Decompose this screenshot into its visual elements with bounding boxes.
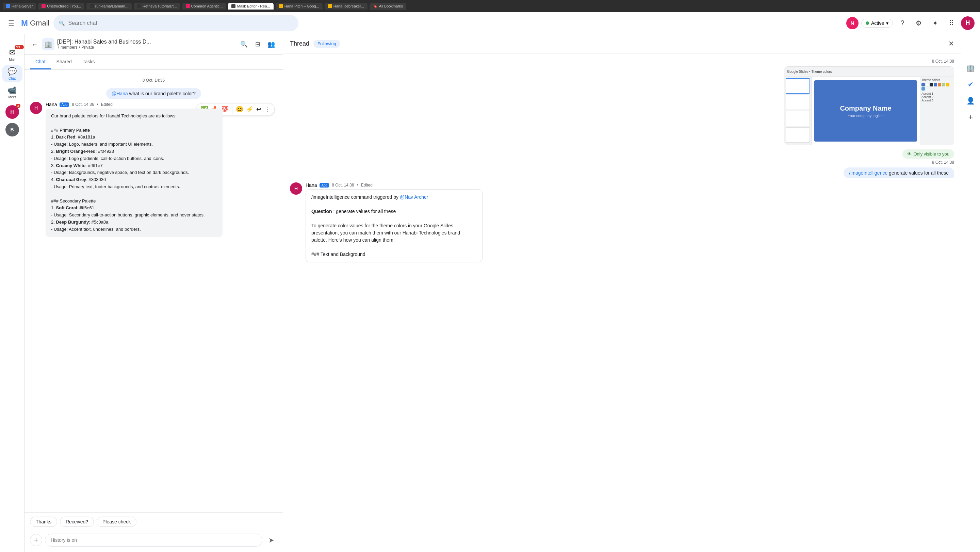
only-visible-text: Only visible to you: [914, 151, 950, 157]
slides-toolbar: Google Slides • Theme colors: [784, 67, 954, 77]
chevron-down-icon: ▾: [886, 21, 888, 26]
browser-tab-bookmarks[interactable]: 🔖 All Bookmarks: [369, 3, 406, 10]
browser-tab-hana-pitch[interactable]: Hana Pitch – Goog...: [275, 3, 323, 10]
left-sidebar: ✉ Mail 99+ 💬 Chat 📹 Meet H 3 B: [0, 12, 24, 552]
trigger-line: /imageIntelligence command triggered by …: [311, 194, 477, 201]
color-2-usage: - Usage: Logo gradients, call-to-action …: [51, 155, 217, 162]
help-button[interactable]: ?: [896, 16, 909, 30]
browser-tab-retrieval[interactable]: RetrievalTutorials/t...: [134, 3, 180, 10]
sidebar-item-mail[interactable]: ✉ Mail 99+: [2, 46, 22, 64]
tab-favicon: [6, 4, 10, 8]
following-badge[interactable]: Following: [313, 40, 340, 48]
quick-reply-received[interactable]: Received?: [60, 517, 94, 527]
color-swatches: [921, 83, 953, 91]
hana-avatar: H: [30, 102, 42, 114]
layout-button[interactable]: ⊟: [251, 38, 264, 50]
user-avatar-small[interactable]: N: [846, 17, 859, 29]
user-avatar2-sidebar[interactable]: B: [5, 123, 19, 137]
tab-favicon: [137, 4, 141, 8]
right-panel-check-button[interactable]: ✔: [964, 78, 978, 91]
action-forward-button[interactable]: ⚡: [245, 105, 254, 114]
gmail-logo-text: Gmail: [30, 19, 49, 27]
right-panel-org-button[interactable]: 🏢: [964, 61, 978, 75]
slide-thumb-2[interactable]: [786, 95, 810, 110]
browser-tab-bar: Hana-Server Unstructured | You... run-ll…: [0, 0, 980, 12]
reaction-divider: [232, 105, 232, 114]
sidebar-item-chat[interactable]: 💬 Chat: [2, 65, 22, 82]
slide-thumb-1[interactable]: [786, 78, 810, 94]
back-button[interactable]: ←: [30, 39, 40, 50]
react-emoji-button[interactable]: 😊: [235, 105, 244, 114]
browser-tab-runllama[interactable]: run-llama/LlamaIn...: [86, 3, 132, 10]
message-input[interactable]: [45, 534, 262, 547]
text-bg-section: ### Text and Background: [311, 251, 477, 258]
right-panel-add-button[interactable]: +: [964, 110, 978, 124]
screenshot-preview: Google Slides • Theme colors: [784, 66, 954, 145]
thread-received-time: 8 Oct, 14:38: [332, 183, 354, 188]
slides-mock: Google Slides • Theme colors: [784, 67, 954, 145]
browser-tab-hana-server[interactable]: Hana-Server: [3, 3, 36, 10]
gmail-app: ☰ M Gmail 🔍 N Active ▾ ? ⚙ ✦ ⠿ H ✉ Mail: [0, 12, 980, 552]
people-button[interactable]: 👥: [265, 38, 277, 50]
search-input[interactable]: [68, 20, 293, 26]
browser-tab-hana-icebreaker[interactable]: Hana Icebreaker...: [325, 3, 368, 10]
gmail-logo: M Gmail: [21, 18, 49, 28]
secondary-heading: ### Secondary Palette: [51, 198, 217, 205]
tab-chat[interactable]: Chat: [30, 55, 51, 69]
eye-icon: 👁: [907, 151, 912, 157]
mention-msg-wrapper: @Hana what is our brand palette color?: [30, 88, 277, 99]
mail-icon: ✉: [9, 48, 15, 57]
apps-button[interactable]: ⠿: [945, 16, 958, 30]
browser-tab-mask[interactable]: Mask Editor - Rea...: [228, 3, 273, 10]
tab-favicon: [231, 4, 235, 8]
mention-message: @Hana what is our brand palette color?: [106, 88, 201, 99]
color-2: 2. Bright Orange-Red: #f04923: [51, 148, 217, 155]
swatch-yellow: [946, 83, 950, 86]
accent-label: Accent 1: [921, 92, 953, 95]
slide-thumb-4[interactable]: [786, 127, 810, 143]
browser-tab-common[interactable]: Common Agentic...: [182, 3, 226, 10]
thread-received-header: Hana App 8 Oct, 14:38 • Edited: [305, 182, 954, 188]
user-avatar[interactable]: H: [961, 16, 975, 30]
question-label: Question: [311, 208, 332, 214]
send-button[interactable]: ➤: [265, 534, 277, 546]
toolbar-text: Google Slides • Theme colors: [787, 70, 832, 73]
menu-icon[interactable]: ☰: [5, 16, 17, 30]
sidebar-item-meet[interactable]: 📹 Meet: [2, 84, 22, 101]
gmail-logo-m: M: [21, 18, 28, 28]
reply-button[interactable]: ↩: [256, 105, 262, 114]
search-bar[interactable]: 🔍: [53, 15, 298, 31]
quick-reply-please-check[interactable]: Please check: [97, 517, 137, 527]
hana-msg-edited-label: Edited: [101, 102, 113, 107]
tab-tasks[interactable]: Tasks: [77, 55, 100, 69]
search-chat-button[interactable]: 🔍: [238, 38, 250, 50]
thread-title: Thread: [290, 40, 309, 47]
thread-sent-code: /imageIntelligence: [849, 170, 888, 176]
add-attachment-button[interactable]: +: [30, 534, 42, 546]
intro-text: To generate color values for the theme c…: [311, 222, 477, 244]
slide-tagline: Your company tagline: [848, 114, 883, 118]
tab-shared[interactable]: Shared: [51, 55, 77, 69]
quick-reply-thanks[interactable]: Thanks: [30, 517, 57, 527]
question-text: generate values for all these: [336, 208, 396, 214]
sparkle-button[interactable]: ✦: [928, 16, 942, 30]
status-pill[interactable]: Active ▾: [861, 19, 893, 27]
mention-text: what is our brand palette color?: [129, 91, 196, 96]
browser-tab-unstructured[interactable]: Unstructured | You...: [38, 3, 84, 10]
slide-thumb-3[interactable]: [786, 111, 810, 126]
close-thread-button[interactable]: ✕: [948, 40, 954, 48]
swatch-blue2: [934, 83, 937, 86]
bookmarks-icon: 🔖: [373, 4, 378, 8]
color-3-usage: - Usage: Backgrounds, negative space, an…: [51, 169, 217, 176]
thread-received-msg: H Hana App 8 Oct, 14:38 • Edited /imageI…: [290, 182, 954, 262]
thread-app-badge: App: [320, 183, 329, 188]
user-avatar2-container: B: [5, 123, 19, 137]
color-5: 1. Soft Coral: #ff6e61: [51, 205, 217, 212]
more-actions-button[interactable]: ⋮: [263, 105, 271, 114]
color-4-usage: - Usage: Primary text, footer background…: [51, 183, 217, 191]
settings-button[interactable]: ⚙: [912, 16, 926, 30]
thread-sent-time: 8 Oct, 14:38: [290, 160, 954, 165]
right-panel-people-button[interactable]: 👤: [964, 94, 978, 108]
slides-right-panel: Theme colors: [920, 77, 954, 145]
palette-content: Our brand palette colors for Hanabi Tech…: [51, 113, 217, 233]
